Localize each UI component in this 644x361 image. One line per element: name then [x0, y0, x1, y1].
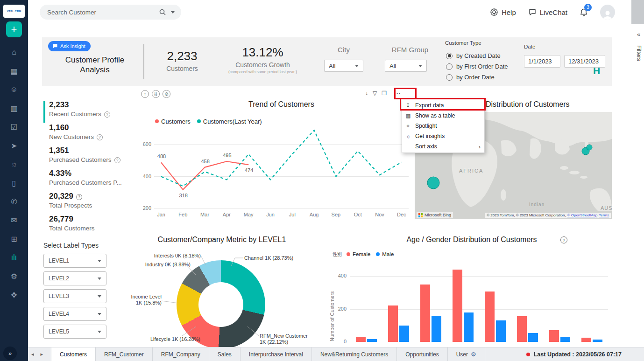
date-from-input[interactable] [524, 55, 560, 68]
radio-button[interactable] [446, 53, 453, 59]
label-type-dropdown-level3[interactable]: LEVEL3 [43, 289, 106, 303]
focus-mode-icon[interactable]: ❐ [382, 90, 387, 97]
legend-item-customers[interactable]: Customers [155, 118, 191, 125]
avatar[interactable] [600, 5, 615, 20]
sidebar-item-home[interactable]: ⌂ [0, 43, 28, 62]
age-gender-bar-chart[interactable] [350, 266, 608, 342]
sidebar-item-analytics[interactable]: ılı [0, 248, 28, 267]
bar-female[interactable] [517, 316, 527, 342]
sidebar-item-chats[interactable]: ✆ [0, 192, 28, 211]
bar-female[interactable] [453, 270, 462, 342]
sidebar-item-organizations[interactable]: ▥ [0, 99, 28, 118]
bar-male[interactable] [367, 339, 377, 342]
bar-male[interactable] [560, 337, 570, 342]
radio-by-first-order-date[interactable]: by First Order Date [446, 61, 508, 72]
help-icon[interactable]: ? [560, 236, 567, 243]
legend-item-female[interactable]: Female [347, 251, 370, 257]
tab-sales[interactable]: Sales [209, 347, 241, 361]
bar-group-1[interactable] [388, 305, 409, 342]
help-icon[interactable]: ? [97, 134, 103, 140]
tab-interpurchase-interval[interactable]: Interpurchase Interval [241, 347, 312, 361]
tab-rfm-customer[interactable]: RFM_Customer [96, 347, 153, 361]
label-type-dropdown-level5[interactable]: LEVEL5 [43, 325, 106, 339]
bar-group-5[interactable] [517, 316, 538, 342]
notifications-button[interactable]: 3 [580, 8, 588, 19]
search-input[interactable] [47, 9, 154, 16]
drill-down-icon[interactable]: ⇊ [152, 90, 160, 98]
sidebar-item-opportunities[interactable]: ☼ [0, 155, 28, 174]
openstreetmap-link[interactable]: © OpenStreetMap [567, 213, 598, 217]
search-box[interactable] [40, 5, 181, 20]
livechat-button[interactable]: LiveChat [528, 8, 567, 16]
menu-item-spotlight[interactable]: ✧Spotlight [402, 121, 484, 131]
download-icon[interactable]: ↓ [365, 90, 368, 97]
bar-male[interactable] [464, 312, 474, 342]
collapse-filters-button[interactable]: « [637, 31, 640, 38]
tab-new-returning-customers[interactable]: New&Returning Customers [312, 347, 397, 361]
trend-chart[interactable]: 200400600JanFebMarAprMayJunJulAugSepOctN… [154, 126, 409, 222]
bar-group-4[interactable] [485, 292, 506, 342]
sidebar-item-processes[interactable]: ⊞ [0, 229, 28, 248]
legend-item-customers-last-year[interactable]: Customers(Last Year) [197, 118, 262, 125]
city-dropdown[interactable]: All [324, 60, 363, 72]
sidebar-expand-button[interactable]: » [3, 347, 17, 360]
menu-item-get-insights[interactable]: ☼Get insights [402, 131, 484, 141]
map-bubble-east-asia[interactable] [587, 145, 592, 150]
radio-button[interactable] [446, 74, 453, 81]
tab-scroll-left-button[interactable]: ◂ [28, 347, 37, 361]
help-button[interactable]: Help [490, 8, 516, 16]
sidebar-item-events[interactable]: ☑ [0, 118, 28, 136]
legend-item-male[interactable]: Male [376, 251, 394, 257]
radio-by-order-date[interactable]: by Order Date [446, 72, 508, 83]
bar-male[interactable] [528, 333, 538, 342]
sidebar-item-calendar[interactable]: ▦ [0, 62, 28, 80]
menu-item-sort-axis[interactable]: Sort axis› [402, 141, 484, 152]
help-icon[interactable]: ? [104, 111, 110, 118]
sidebar-item-projects[interactable]: ✥ [0, 285, 28, 304]
bar-male[interactable] [593, 340, 602, 342]
clear-icon[interactable]: ⊘ [163, 90, 170, 98]
bar-female[interactable] [356, 337, 366, 342]
series-customers[interactable] [161, 161, 248, 190]
menu-item-show-as-a-table[interactable]: ▦Show as a table [402, 111, 484, 121]
quick-create-button[interactable]: + [6, 21, 22, 37]
radio-by-created-date[interactable]: by Created Date [446, 50, 508, 61]
sidebar-item-campaigns[interactable]: ➤ [0, 136, 28, 155]
help-icon[interactable]: ? [76, 194, 82, 200]
sidebar-item-documents[interactable]: ▯ [0, 174, 28, 192]
map-bubble-west-africa[interactable] [427, 177, 439, 189]
bar-male[interactable] [399, 326, 409, 342]
chevron-down-icon[interactable] [171, 11, 175, 14]
bar-group-7[interactable] [581, 338, 602, 342]
rfm-group-dropdown[interactable]: All [385, 60, 427, 72]
sidebar-item-contacts[interactable]: ☺ [0, 80, 28, 99]
tab-customers[interactable]: Customers [51, 347, 96, 361]
label-type-dropdown-level1[interactable]: LEVEL1 [43, 254, 106, 268]
bar-group-0[interactable] [356, 337, 377, 342]
sidebar-item-settings[interactable]: ⚙ [0, 267, 28, 285]
bar-female[interactable] [549, 330, 559, 342]
bar-group-3[interactable] [453, 270, 474, 342]
bar-female[interactable] [420, 285, 430, 342]
series-customers-last-year[interactable] [161, 130, 402, 186]
ask-insight-button[interactable]: Ask Insight [48, 41, 91, 51]
tab-opportunities[interactable]: Opportunities [397, 347, 447, 361]
bar-male[interactable] [432, 316, 441, 342]
gear-icon[interactable]: ⚙ [471, 351, 476, 358]
bar-female[interactable] [485, 292, 495, 342]
label-type-dropdown-level2[interactable]: LEVEL2 [43, 271, 106, 285]
terms-link[interactable]: Terms [599, 213, 609, 217]
filter-icon[interactable]: ▽ [373, 90, 377, 97]
bar-female[interactable] [388, 305, 398, 342]
radio-button[interactable] [446, 63, 453, 70]
label-type-dropdown-level4[interactable]: LEVEL4 [43, 307, 106, 321]
bar-male[interactable] [496, 320, 506, 342]
more-options-icon[interactable]: ··· [391, 90, 404, 97]
tab-scroll-right-button[interactable]: ▸ [37, 347, 47, 361]
search-icon[interactable] [159, 8, 166, 16]
filters-pane-label[interactable]: Filters [636, 45, 642, 61]
menu-item-export-data[interactable]: ↧Export data [402, 100, 484, 111]
bar-female[interactable] [581, 338, 591, 342]
tab-rfm-company[interactable]: RFM_Company [153, 347, 209, 361]
tab-user[interactable]: User⚙ [448, 347, 485, 361]
